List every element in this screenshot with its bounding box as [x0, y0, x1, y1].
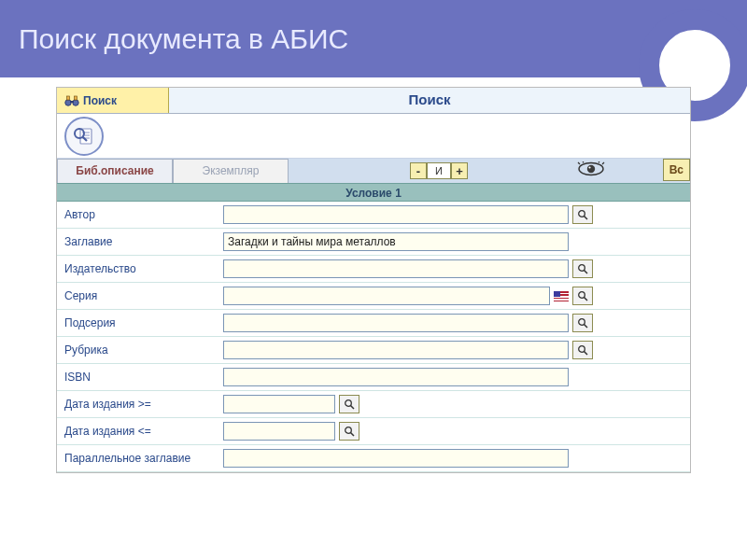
input-isbn[interactable] — [223, 368, 569, 386]
svg-point-16 — [579, 265, 585, 272]
top-bar: Поиск Поиск — [57, 88, 690, 114]
tab-search-label: Поиск — [83, 94, 117, 107]
input-publisher[interactable] — [223, 259, 569, 278]
label-author: Автор — [64, 208, 223, 221]
svg-point-14 — [579, 211, 585, 217]
svg-rect-3 — [67, 96, 70, 100]
row-date-ge: Дата издания >= — [57, 391, 690, 418]
input-series[interactable] — [223, 287, 550, 305]
row-author: Автор — [57, 202, 690, 229]
row-title: Заглавие — [57, 229, 690, 256]
operator-value[interactable]: И — [427, 162, 451, 179]
input-subseries[interactable] — [223, 314, 569, 332]
lookup-author[interactable] — [572, 205, 593, 224]
lookup-publisher[interactable] — [572, 259, 593, 278]
lookup-date-ge[interactable] — [339, 395, 359, 413]
svg-line-17 — [585, 271, 588, 274]
svg-point-18 — [579, 292, 585, 299]
input-author[interactable] — [223, 205, 569, 224]
svg-point-13 — [588, 166, 590, 168]
magnifier-icon — [344, 399, 355, 410]
slide-title: Поиск документа в АБИС — [19, 23, 348, 55]
preview-button[interactable] — [571, 159, 612, 179]
svg-rect-2 — [70, 101, 74, 103]
svg-point-24 — [345, 400, 352, 407]
input-parallel-title[interactable] — [223, 449, 569, 468]
search-doc-button[interactable] — [64, 117, 104, 156]
tab-bib-description[interactable]: Биб.описание — [57, 159, 173, 183]
svg-point-12 — [587, 165, 595, 173]
label-subseries: Подсерия — [64, 316, 223, 329]
input-title[interactable] — [223, 232, 569, 251]
input-rubric[interactable] — [223, 341, 569, 359]
magnifier-icon — [577, 317, 588, 329]
eye-icon — [577, 161, 605, 176]
svg-rect-4 — [75, 96, 78, 100]
row-rubric: Рубрика — [57, 337, 690, 364]
app-window: Поиск Поиск Биб.описание Экземпляр - И + — [56, 87, 691, 473]
magnifier-icon — [344, 426, 355, 437]
slide-header: Поиск документа в АБИС — [0, 0, 747, 81]
svg-line-27 — [351, 433, 355, 437]
lookup-date-le[interactable] — [339, 422, 359, 441]
row-isbn: ISBN — [57, 364, 690, 391]
svg-line-15 — [585, 217, 588, 220]
lookup-subseries[interactable] — [572, 314, 593, 332]
tab-copy[interactable]: Экземпляр — [173, 159, 289, 183]
svg-line-25 — [351, 406, 355, 410]
input-date-le[interactable] — [223, 422, 335, 441]
row-subseries: Подсерия — [57, 310, 690, 337]
row-publisher: Издательство — [57, 256, 690, 283]
row-date-le: Дата издания <= — [57, 418, 690, 445]
mode-tab-strip: Биб.описание Экземпляр - И + Вс — [57, 159, 690, 183]
lookup-series[interactable] — [572, 287, 593, 305]
page-title: Поиск — [169, 88, 690, 113]
svg-line-21 — [585, 325, 588, 329]
flag-icon — [554, 291, 569, 301]
magnifier-icon — [577, 290, 588, 301]
condition-header: Условие 1 — [57, 183, 690, 202]
row-series: Серия — [57, 283, 690, 310]
svg-point-26 — [345, 427, 352, 434]
svg-line-19 — [585, 298, 588, 301]
magnifier-icon — [577, 209, 588, 220]
svg-line-23 — [585, 352, 588, 356]
row-parallel-title: Параллельное заглавие — [57, 445, 690, 472]
search-doc-icon — [71, 123, 97, 149]
lookup-rubric[interactable] — [572, 341, 593, 359]
magnifier-icon — [577, 263, 588, 274]
label-isbn: ISBN — [64, 371, 223, 384]
label-parallel-title: Параллельное заглавие — [64, 452, 223, 465]
svg-point-22 — [579, 346, 585, 353]
operator-minus-button[interactable]: - — [410, 162, 427, 179]
search-form: Автор Заглавие Издательство Серия — [57, 202, 690, 472]
all-button[interactable]: Вс — [663, 159, 690, 181]
operator-group: - И + — [410, 159, 468, 183]
label-rubric: Рубрика — [64, 343, 223, 357]
label-series: Серия — [64, 289, 223, 302]
label-date-ge: Дата издания >= — [64, 398, 223, 411]
tab-search[interactable]: Поиск — [57, 88, 169, 113]
input-date-ge[interactable] — [223, 395, 335, 413]
label-title: Заглавие — [64, 235, 223, 248]
svg-point-20 — [579, 319, 585, 326]
operator-plus-button[interactable]: + — [451, 162, 468, 179]
toolbar — [57, 114, 690, 159]
label-publisher: Издательство — [64, 262, 223, 275]
label-date-le: Дата издания <= — [64, 425, 223, 438]
binoculars-icon — [64, 94, 79, 107]
magnifier-icon — [577, 344, 588, 356]
